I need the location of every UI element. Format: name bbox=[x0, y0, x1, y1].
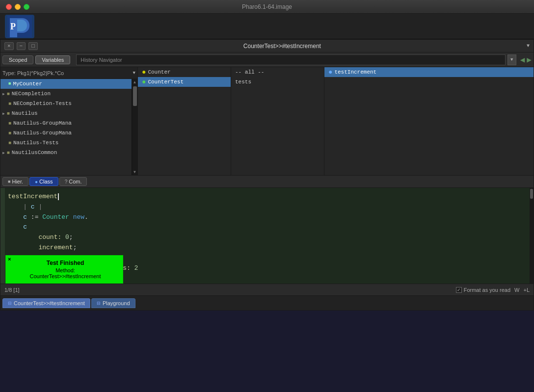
testincrement-method-item[interactable]: ● testIncrement bbox=[324, 67, 534, 77]
scroll-thumb bbox=[133, 86, 137, 106]
code-line-1: testIncrement bbox=[8, 192, 528, 202]
code-tabs-bar: ■ Hier. ● Class ? Com. bbox=[0, 175, 534, 188]
plus-l-button: +L bbox=[523, 287, 530, 293]
playground-bottom-tab[interactable]: ⊟ Playground bbox=[91, 298, 135, 308]
code-line-4: c bbox=[8, 222, 528, 233]
list-item[interactable]: ▶ ■ NautilusCommon bbox=[0, 148, 132, 157]
categories-panel: -- all -- tests bbox=[231, 67, 324, 175]
variables-button[interactable]: Variables bbox=[35, 55, 70, 64]
list-item[interactable]: ▶ ■ Nautilus bbox=[0, 108, 132, 118]
minimize-traffic-light[interactable] bbox=[15, 4, 21, 10]
folder-icon: ■ bbox=[8, 101, 11, 106]
status-right: ✓ Format as you read W +L bbox=[456, 287, 530, 293]
list-item[interactable]: ■ Nautilus-GroupMana bbox=[0, 118, 132, 128]
type-filter-dropdown-icon: ▼ bbox=[133, 71, 135, 76]
history-dropdown-btn[interactable]: ▼ bbox=[507, 54, 516, 65]
folder-icon: ■ bbox=[8, 121, 11, 126]
scroll-down-arrow[interactable]: ▼ bbox=[134, 170, 136, 174]
folder-icon: ■ bbox=[7, 111, 10, 116]
bottom-tab-bar: ⊟ CounterTest>>#testIncrement ⊟ Playgrou… bbox=[0, 295, 534, 310]
folder-icon: ■ bbox=[7, 150, 10, 156]
status-bar: 1/8 [1] ✓ Format as you read W +L bbox=[0, 284, 534, 295]
triangle-icon: ▶ bbox=[2, 111, 5, 116]
list-item[interactable]: ■ NECompletion-Tests bbox=[0, 99, 132, 108]
browser-tab-icon: ⊟ bbox=[8, 301, 12, 306]
notification-method-value: CounterTest>>#testIncrement bbox=[13, 273, 118, 279]
package-scrollbar[interactable]: ▲ ▼ bbox=[132, 79, 137, 175]
code-line-6: increment; bbox=[8, 243, 528, 253]
folder-icon: ■ bbox=[8, 140, 11, 146]
window-title: Pharo6.1-64.image bbox=[242, 3, 292, 10]
notification-title: Test Finished bbox=[13, 260, 118, 266]
list-item[interactable]: ■ Nautilus-Tests bbox=[0, 138, 132, 148]
scoped-button[interactable]: Scoped bbox=[2, 55, 33, 64]
code-line-3: c := Counter new. bbox=[8, 212, 528, 223]
close-traffic-light[interactable] bbox=[6, 4, 12, 10]
green-dot-icon: ● bbox=[142, 78, 146, 85]
tests-category-item[interactable]: tests bbox=[231, 77, 324, 87]
counter-class-item[interactable]: ● Counter bbox=[138, 67, 231, 77]
notification-close-btn[interactable]: × bbox=[8, 257, 11, 262]
code-line-2: | c | bbox=[8, 202, 528, 212]
format-checkbox[interactable]: ✓ bbox=[456, 287, 462, 293]
checkmark-icon: ✓ bbox=[457, 287, 461, 292]
folder-icon: ■ bbox=[8, 81, 11, 86]
browser-maximize-btn[interactable]: □ bbox=[28, 42, 38, 50]
com-icon: ? bbox=[65, 179, 68, 184]
countertest-bottom-tab[interactable]: ⊟ CounterTest>>#testIncrement bbox=[2, 298, 90, 308]
nav-forward-arrow[interactable]: ▶ bbox=[527, 55, 532, 65]
list-item[interactable]: ▶ ■ NECompletion bbox=[0, 89, 132, 99]
class-icon: ● bbox=[35, 179, 38, 184]
type-filter[interactable]: Type: Pkg1|^Pkg2|Pk.*Co ▼ bbox=[0, 67, 137, 79]
notification-method-label: Method: bbox=[13, 267, 118, 273]
package-list: ■ MyCounter ▶ ■ NECompletion ■ NEComplet… bbox=[0, 79, 137, 175]
folder-icon: ■ bbox=[8, 131, 11, 136]
com-tab[interactable]: ? Com. bbox=[59, 177, 87, 186]
scroll-up-arrow[interactable]: ▲ bbox=[134, 80, 136, 84]
yellow-dot-icon: ● bbox=[142, 69, 146, 76]
classes-panel: ● Counter ● CounterTest bbox=[138, 67, 231, 175]
all-category-item[interactable]: -- all -- bbox=[231, 67, 324, 77]
gutter bbox=[2, 188, 5, 284]
browser-minimize-btn[interactable]: − bbox=[17, 42, 26, 50]
svg-text:P: P bbox=[10, 22, 16, 31]
browser-window-controls[interactable]: × − □ bbox=[4, 42, 38, 50]
traffic-lights bbox=[6, 4, 29, 10]
format-checkbox-container[interactable]: ✓ Format as you read bbox=[456, 287, 510, 293]
browser-dropdown-arrow[interactable]: ▼ bbox=[527, 43, 530, 49]
folder-icon: ■ bbox=[7, 91, 10, 97]
playground-tab-icon: ⊟ bbox=[97, 301, 101, 306]
pharo-logo: P bbox=[5, 15, 34, 38]
code-line-5: count: 0; bbox=[8, 233, 528, 243]
browser-close-btn[interactable]: × bbox=[4, 42, 14, 50]
nav-arrows: ◀ ▶ bbox=[520, 55, 532, 65]
maximize-traffic-light[interactable] bbox=[24, 4, 29, 10]
triangle-icon: ▶ bbox=[2, 92, 5, 96]
methods-panel: ● testIncrement bbox=[324, 67, 534, 175]
code-scrollbar[interactable] bbox=[530, 188, 534, 284]
type-filter-text: Type: Pkg1|^Pkg2|Pk.*Co bbox=[2, 70, 133, 76]
code-scroll-thumb bbox=[530, 189, 533, 199]
notification-panel: × Test Finished Method: CounterTest>>#te… bbox=[5, 255, 123, 284]
w-button: W bbox=[514, 287, 519, 293]
countertest-class-item[interactable]: ● CounterTest bbox=[138, 77, 231, 87]
browser-title: CounterTest>>#testIncrement bbox=[38, 43, 527, 50]
triangle-icon: ▶ bbox=[2, 151, 5, 155]
nav-back-arrow[interactable]: ◀ bbox=[520, 55, 525, 65]
list-item[interactable]: ■ Nautilus-GroupMana bbox=[0, 128, 132, 138]
hier-tab[interactable]: ■ Hier. bbox=[2, 177, 28, 186]
blue-dot-icon: ● bbox=[328, 69, 332, 76]
hier-icon: ■ bbox=[8, 179, 10, 184]
status-position: 1/8 [1] bbox=[4, 287, 456, 293]
list-item[interactable]: ■ MyCounter bbox=[0, 79, 132, 89]
history-navigator[interactable]: History Navigator bbox=[76, 54, 505, 65]
class-tab[interactable]: ● Class bbox=[29, 177, 58, 186]
